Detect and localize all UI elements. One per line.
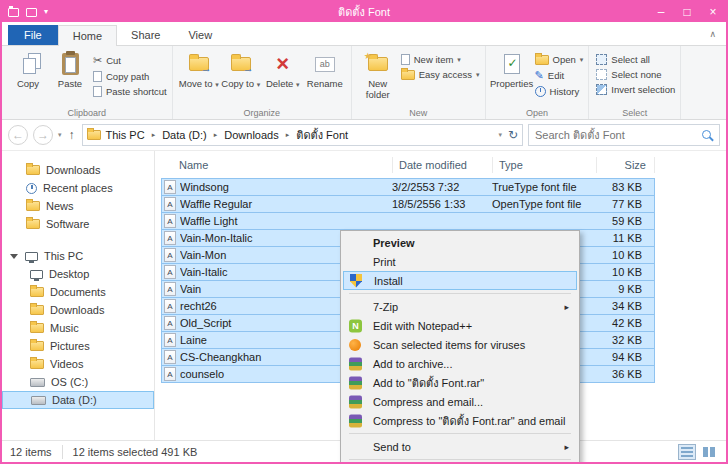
items-count: 12 items	[10, 446, 52, 458]
sidebar-item-pictures[interactable]: Pictures	[2, 337, 154, 355]
menu-item-edit-notepadpp[interactable]: Edit with Notepad++	[343, 316, 577, 335]
font-file-icon	[164, 197, 176, 211]
column-header-size[interactable]: Size	[597, 157, 655, 173]
breadcrumb-downloads[interactable]: Downloads	[221, 129, 281, 141]
menu-item-compress-rar-email[interactable]: Compress to "ติดตั้ง Font.rar" and email	[343, 411, 577, 430]
tab-home[interactable]: Home	[58, 25, 117, 46]
address-dropdown-arrow-icon[interactable]: ▾	[498, 131, 502, 139]
sidebar-item-downloads[interactable]: Downloads	[2, 301, 154, 319]
refresh-icon[interactable]: ↻	[508, 128, 518, 142]
customize-toolbar-arrow-icon[interactable]: ▾	[44, 8, 48, 16]
new-item-button[interactable]: New item▾	[401, 54, 480, 65]
sidebar-item-this-pc[interactable]: This PC	[2, 247, 154, 265]
delete-x-icon: ×	[276, 53, 289, 75]
maximize-button[interactable]: □	[674, 2, 700, 22]
close-button[interactable]: ×	[700, 2, 726, 22]
open-button[interactable]: Open▾	[535, 54, 584, 65]
breadcrumb[interactable]: This PC ▸ Data (D:) ▸ Downloads ▸ ติดตั้…	[82, 124, 523, 146]
new-folder-button[interactable]: ★ New folder	[357, 49, 399, 101]
menu-item-print[interactable]: Print	[343, 252, 577, 271]
forward-button[interactable]: →	[33, 125, 53, 145]
rename-button[interactable]: ab Rename	[304, 49, 346, 90]
sidebar-item-documents[interactable]: Documents	[2, 283, 154, 301]
sidebar-item-downloads-fav[interactable]: Downloads	[2, 161, 154, 179]
menu-item-preview[interactable]: Preview	[343, 233, 577, 252]
breadcrumb-this-pc[interactable]: This PC	[103, 129, 148, 141]
menu-item-7zip[interactable]: 7-Zip▸	[343, 297, 577, 316]
file-row[interactable]: Waffle Light59 KB	[161, 212, 655, 230]
large-icons-view-button[interactable]	[700, 444, 718, 460]
move-to-button[interactable]: → Move to ▾	[178, 49, 220, 90]
menu-item-add-to-rar[interactable]: Add to "ติดตั้ง Font.rar"	[343, 373, 577, 392]
breadcrumb-current-folder[interactable]: ติดตั้ง Font	[293, 126, 351, 144]
font-file-icon	[164, 316, 176, 330]
column-headers: Name Date modified Type Size	[157, 155, 726, 175]
search-input[interactable]	[529, 125, 719, 145]
delete-button[interactable]: × Delete ▾	[262, 49, 304, 90]
edit-button[interactable]: ✎Edit	[535, 69, 584, 82]
sidebar-item-news[interactable]: News	[2, 197, 154, 215]
menu-item-scan-viruses[interactable]: Scan selected items for viruses	[343, 335, 577, 354]
column-header-date-modified[interactable]: Date modified	[393, 157, 493, 173]
menu-item-compress-email[interactable]: Compress and email...	[343, 392, 577, 411]
sidebar-item-data-d[interactable]: Data (D:)	[2, 391, 154, 409]
desktop-icon	[30, 270, 43, 279]
minimize-button[interactable]: –	[648, 2, 674, 22]
sidebar-item-recent-places[interactable]: Recent places	[2, 179, 154, 197]
up-button[interactable]: ↑	[67, 128, 77, 142]
column-header-name[interactable]: Name	[157, 157, 393, 173]
menu-item-label: Preview	[373, 237, 415, 249]
sidebar-item-label: Downloads	[46, 164, 100, 176]
expanded-twisty-icon[interactable]	[10, 254, 18, 259]
properties-icon[interactable]	[26, 8, 37, 17]
menu-item-send-to[interactable]: Send to▸	[343, 437, 577, 456]
recent-locations-arrow-icon[interactable]: ▾	[58, 131, 62, 139]
breadcrumb-data-d[interactable]: Data (D:)	[159, 129, 210, 141]
paste-button[interactable]: Paste	[49, 49, 91, 90]
menu-separator	[349, 293, 571, 294]
copy-button[interactable]: Copy	[7, 49, 49, 90]
easy-access-button[interactable]: Easy access▾	[401, 69, 480, 80]
column-header-type[interactable]: Type	[493, 157, 597, 173]
font-file-icon	[164, 350, 176, 364]
status-divider	[62, 445, 63, 459]
cut-button[interactable]: ✂Cut	[93, 54, 167, 67]
properties-button[interactable]: Properties	[491, 49, 533, 90]
file-row[interactable]: Waffle Regular18/5/2556 1:33OpenType fon…	[161, 195, 655, 213]
menu-item-add-to-archive[interactable]: Add to archive...	[343, 354, 577, 373]
tab-file[interactable]: File	[8, 25, 58, 45]
sidebar-item-software[interactable]: Software	[2, 215, 154, 233]
history-button[interactable]: History	[535, 86, 584, 97]
folder-icon	[26, 165, 40, 175]
sidebar-item-music[interactable]: Music	[2, 319, 154, 337]
sidebar-item-os-c[interactable]: OS (C:)	[2, 373, 154, 391]
back-button[interactable]: ←	[8, 125, 28, 145]
menu-item-label: 7-Zip	[373, 301, 398, 313]
tab-share[interactable]: Share	[117, 25, 174, 45]
page-icon	[93, 71, 102, 82]
invert-selection-button[interactable]: Invert selection	[596, 84, 675, 95]
dropdown-arrow-icon: ▾	[215, 81, 219, 88]
details-view-button[interactable]	[678, 444, 696, 460]
file-row[interactable]: Windsong3/2/2553 7:32TrueType font file8…	[161, 178, 655, 196]
copy-to-button[interactable]: → Copy to ▾	[220, 49, 262, 90]
search-box[interactable]	[528, 124, 720, 146]
menu-item-install[interactable]: Install	[343, 271, 577, 290]
paste-shortcut-button[interactable]: Paste shortcut	[93, 86, 167, 97]
winrar-icon	[349, 414, 362, 427]
folder-icon	[26, 219, 40, 229]
file-name: Waffle Light	[180, 215, 392, 227]
sidebar-item-desktop[interactable]: Desktop	[2, 265, 154, 283]
copy-path-button[interactable]: Copy path	[93, 71, 167, 82]
select-none-button[interactable]: Select none	[596, 69, 675, 80]
menu-separator	[349, 433, 571, 434]
font-file-icon	[164, 333, 176, 347]
copy-icon	[18, 53, 38, 75]
selection-summary: 12 items selected 491 KB	[73, 446, 198, 458]
file-size: 94 KB	[594, 351, 648, 363]
sidebar-item-videos[interactable]: Videos	[2, 355, 154, 373]
collapse-ribbon-chevron-icon[interactable]: ∧	[709, 29, 716, 39]
select-all-button[interactable]: Select all	[596, 54, 675, 65]
font-file-icon	[164, 265, 176, 279]
tab-view[interactable]: View	[174, 25, 226, 45]
